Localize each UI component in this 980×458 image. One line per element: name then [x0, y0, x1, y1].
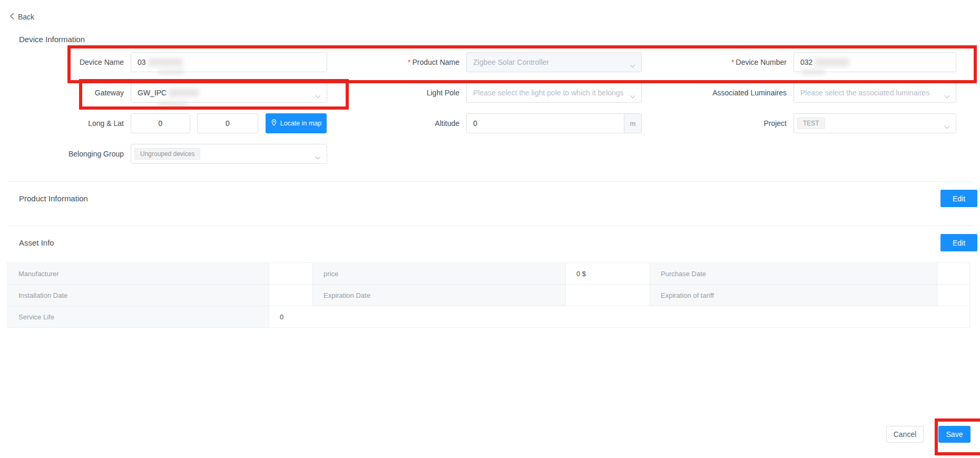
cell-price-value: 0 $ [566, 263, 650, 285]
required-marker: * [408, 58, 410, 66]
cell-purchase-date-value [937, 263, 970, 285]
chevron-down-icon [315, 92, 321, 100]
belonging-group-label: Belonging Group [11, 150, 131, 158]
edit-product-information-button[interactable]: Edit [940, 190, 977, 207]
cell-expiration-of-tariff-label: Expiration of tariff [650, 285, 937, 306]
light-pole-select[interactable]: Please select the light pole to which it… [466, 83, 642, 103]
associated-luminaires-placeholder: Please select the associated luminaires [800, 89, 929, 97]
section-divider [7, 226, 973, 226]
project-select[interactable]: TEST [793, 113, 956, 133]
redaction-blur [148, 58, 183, 66]
project-field-group: Project TEST [674, 113, 956, 133]
gateway-field-group: Gateway GW_IPC [11, 83, 327, 103]
altitude-input[interactable]: 0 m [466, 113, 642, 133]
project-tag: TEST [797, 118, 825, 129]
table-row: Installation Date Expiration Date Expira… [8, 285, 970, 306]
back-chevron-icon [9, 13, 14, 21]
save-button[interactable]: Save [938, 426, 971, 443]
product-name-value: Zigbee Solar Controller [473, 58, 549, 66]
product-name-select[interactable]: Zigbee Solar Controller [466, 52, 642, 72]
table-row: Service Life 0 [8, 306, 970, 328]
redaction-blur [169, 89, 199, 97]
table-row: Manufacturer price 0 $ Purchase Date [8, 263, 970, 285]
chevron-down-icon [630, 61, 635, 70]
chevron-down-icon [630, 92, 635, 100]
redaction-smudge [158, 70, 184, 75]
locate-in-map-button[interactable]: Locate in map [266, 113, 327, 133]
gateway-value: GW_IPC [138, 89, 166, 97]
gateway-label: Gateway [11, 89, 131, 97]
cell-manufacturer-value [269, 263, 313, 285]
device-name-label: Device Name [11, 58, 131, 66]
asset-info-title: Asset Info [19, 238, 54, 247]
altitude-field-group: Altitude 0 m [337, 113, 642, 133]
longitude-value: 0 [159, 119, 163, 128]
long-lat-label: Long & Lat [11, 119, 131, 128]
device-number-value: 032 [800, 58, 812, 66]
altitude-unit: m [624, 114, 641, 133]
cell-manufacturer-label: Manufacturer [8, 263, 269, 285]
latitude-input[interactable]: 0 [197, 113, 258, 133]
product-information-title: Product Information [19, 194, 88, 203]
cancel-button[interactable]: Cancel [886, 426, 924, 443]
device-edit-page: Back Device Information Device Name 03 *… [0, 0, 980, 458]
light-pole-field-group: Light Pole Please select the light pole … [337, 83, 642, 103]
edit-asset-info-button[interactable]: Edit [940, 234, 977, 251]
belonging-group-field-group: Belonging Group Ungrouped devices [11, 144, 327, 164]
back-button[interactable]: Back [9, 13, 34, 21]
back-label: Back [18, 13, 34, 21]
light-pole-label: Light Pole [337, 89, 466, 97]
redaction-blur [815, 58, 849, 66]
light-pole-placeholder: Please select the light pole to which it… [473, 89, 624, 97]
associated-luminaires-field-group: Associated Luminaires Please select the … [674, 83, 956, 103]
asset-info-table: Manufacturer price 0 $ Purchase Date Ins… [7, 262, 970, 328]
project-label: Project [674, 119, 793, 128]
cell-installation-date-value [269, 285, 313, 306]
longitude-input[interactable]: 0 [131, 113, 190, 133]
cell-price-label: price [313, 263, 566, 285]
belonging-group-tag: Ungrouped devices [134, 148, 200, 160]
altitude-value: 0 [467, 119, 624, 128]
cell-service-life-label: Service Life [8, 306, 269, 328]
cell-expiration-date-label: Expiration Date [313, 285, 566, 306]
cell-expiration-of-tariff-value [937, 285, 970, 306]
cell-installation-date-label: Installation Date [8, 285, 269, 306]
gateway-select[interactable]: GW_IPC [131, 83, 327, 103]
belonging-group-select[interactable]: Ungrouped devices [131, 144, 327, 164]
chevron-down-icon [315, 153, 321, 161]
cell-service-life-value: 0 [269, 306, 970, 328]
redaction-smudge [158, 101, 188, 106]
device-number-label: Device Number [736, 58, 787, 66]
cell-expiration-date-value [566, 285, 650, 306]
map-pin-icon [271, 119, 277, 128]
redaction-smudge [801, 70, 825, 75]
altitude-label: Altitude [337, 119, 466, 128]
long-lat-field-group: Long & Lat 0 0 Locate in map [11, 113, 327, 133]
device-name-value: 03 [138, 58, 146, 66]
section-divider [7, 181, 973, 182]
latitude-value: 0 [226, 119, 230, 128]
product-name-field-group: *Product Name Zigbee Solar Controller [337, 52, 642, 72]
associated-luminaires-label: Associated Luminaires [674, 89, 793, 97]
associated-luminaires-select[interactable]: Please select the associated luminaires [793, 83, 956, 103]
cell-purchase-date-label: Purchase Date [650, 263, 937, 285]
chevron-down-icon [944, 122, 950, 131]
required-marker: * [731, 58, 734, 66]
page-title: Device Information [19, 35, 85, 44]
locate-in-map-label: Locate in map [280, 120, 322, 127]
chevron-down-icon [944, 92, 950, 100]
product-name-label: Product Name [413, 58, 459, 66]
